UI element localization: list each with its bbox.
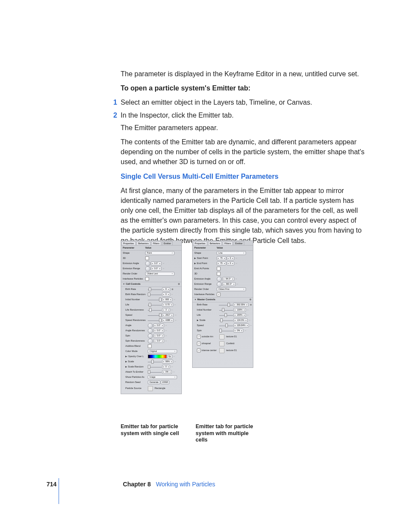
emission-range-stepper[interactable]: ◂0.0°▸	[151, 267, 162, 271]
source-swatch[interactable]	[148, 386, 153, 391]
gear-icon[interactable]: ⚙	[178, 283, 180, 286]
interleave-checkbox[interactable]	[145, 277, 149, 281]
cell-enable-checkbox[interactable]: ✓	[197, 348, 201, 352]
render-order-dropdown[interactable]: Oldest Last	[145, 272, 174, 276]
spin-slider[interactable]	[219, 329, 233, 333]
end-y[interactable]: ◂0▸	[227, 261, 235, 265]
attach-stepper[interactable]: ◂0%▸	[162, 370, 172, 374]
seed-value[interactable]: 10068	[161, 380, 169, 384]
spin-stepper[interactable]: ◂0%▸	[234, 329, 243, 333]
life-slider[interactable]	[148, 303, 162, 307]
spin-stepper[interactable]: ◂0.0°▸	[153, 334, 164, 338]
interleave-checkbox[interactable]: ✓	[217, 292, 221, 296]
opacity-gradient[interactable]	[148, 355, 167, 358]
birth-rate-slider[interactable]	[148, 288, 162, 291]
disclosure-icon[interactable]: ▼	[194, 298, 196, 301]
inspector-tabs: Properties Behaviors Filters Emitter	[121, 241, 181, 246]
cell-swatch[interactable]	[219, 348, 224, 353]
birth-rate-slider[interactable]	[219, 303, 233, 307]
spin-rand-stepper[interactable]: ◂0.0°▸	[153, 339, 164, 343]
spin-dial[interactable]	[148, 333, 153, 339]
angle-dial[interactable]	[148, 323, 153, 328]
life-stepper[interactable]: ◂200%▸	[234, 313, 246, 317]
emission-angle-stepper[interactable]: ◂0.0°▸	[151, 261, 162, 265]
emission-angle-dial[interactable]	[145, 261, 150, 266]
render-order-dropdown[interactable]: Oldest First	[217, 287, 246, 291]
start-x[interactable]: ◂75▸	[217, 256, 226, 260]
tab-filters[interactable]: Filters	[151, 241, 161, 245]
disclosure-icon[interactable]: ▶	[125, 355, 127, 358]
3d-checkbox[interactable]	[217, 272, 221, 276]
tab-filters[interactable]: Filters	[223, 241, 233, 245]
shape-dropdown[interactable]: Point	[145, 251, 174, 255]
emission-angle-stepper[interactable]: ◂84.0°▸	[222, 277, 234, 281]
attach-slider[interactable]	[148, 370, 162, 374]
spin-rand-dial[interactable]	[148, 339, 153, 344]
chapter-label: Chapter 8	[123, 480, 151, 488]
birth-rand-stepper[interactable]: ◂0▸	[162, 292, 170, 296]
tab-behaviors[interactable]: Behaviors	[208, 241, 222, 245]
angle-rand-stepper[interactable]: ◂0.0°▸	[153, 329, 164, 333]
disclosure-icon[interactable]: ▶	[125, 365, 127, 368]
generate-button[interactable]: Generate	[148, 380, 160, 384]
emission-range-stepper[interactable]: ◂360.0°▸	[222, 282, 236, 286]
angle-stepper[interactable]: ◂0.0°▸	[153, 324, 164, 327]
angle-rand-dial[interactable]	[148, 328, 153, 333]
3d-checkbox[interactable]	[145, 256, 149, 260]
tab-properties[interactable]: Properties	[121, 241, 136, 245]
birth-rate-stepper[interactable]: ◂392.55%▸	[233, 303, 249, 307]
tab-behaviors[interactable]: Behaviors	[137, 241, 150, 245]
opacity-stepper[interactable]: 0p	[167, 355, 172, 358]
emission-angle-label: Emission Angle	[123, 262, 145, 265]
birth-rand-slider[interactable]	[148, 293, 162, 296]
disclosure-icon[interactable]: ▶	[194, 257, 196, 259]
life-stepper[interactable]: ◂0.70▸	[162, 303, 173, 307]
initial-number-stepper[interactable]: ◂800▸	[162, 298, 172, 302]
cell-enable-checkbox[interactable]: ✓	[197, 335, 201, 339]
emit-points-checkbox[interactable]	[217, 267, 221, 271]
tab-properties[interactable]: Properties	[193, 241, 207, 245]
birth-rate-stepper[interactable]: ◂8▸	[162, 287, 170, 291]
scale-rand-stepper[interactable]: ◂0▸	[162, 365, 170, 369]
angle-rand-label: Angle Randomnes	[123, 329, 148, 333]
life-slider[interactable]	[219, 314, 233, 317]
life-rand-stepper[interactable]: ◂3▸	[162, 308, 170, 312]
cell-swatch[interactable]	[219, 334, 224, 339]
scale-slider[interactable]	[148, 360, 162, 364]
tab-emitter[interactable]: Emitter	[162, 241, 173, 245]
disclosure-icon[interactable]: ▶	[197, 319, 199, 321]
cell-enable-checkbox[interactable]: ✓	[197, 342, 201, 345]
speed-stepper[interactable]: ◂2917▸	[162, 313, 174, 317]
hdr-parameter: Parameter	[123, 246, 145, 250]
column-headers: Parameter Value	[121, 246, 181, 251]
additive-checkbox[interactable]	[148, 344, 152, 348]
start-y[interactable]: ◂0▸	[227, 256, 235, 260]
gear-icon[interactable]: ⚙	[249, 298, 251, 301]
disclosure-icon[interactable]: ▶	[194, 262, 196, 264]
emission-range-dial[interactable]	[217, 282, 222, 287]
speed-slider[interactable]	[148, 314, 162, 317]
end-x[interactable]: ◂75▸	[217, 261, 226, 265]
speed-stepper[interactable]: ◂229.84%▸	[234, 324, 249, 327]
speed-rand-stepper[interactable]: ◂4388▸	[162, 318, 174, 322]
initial-number-slider[interactable]	[148, 298, 162, 302]
shape-dropdown[interactable]: Line	[217, 251, 246, 255]
life-rand-slider[interactable]	[148, 308, 162, 312]
show-as-dropdown[interactable]: Image	[148, 375, 177, 379]
tab-emitter[interactable]: Emitter	[234, 241, 244, 245]
disclosure-icon[interactable]: ▶	[125, 360, 127, 363]
scale-stepper[interactable]: ◂99%▸	[162, 360, 173, 364]
initial-number-stepper[interactable]: ◂100%▸	[234, 308, 246, 312]
color-mode-dropdown[interactable]: Original	[148, 349, 177, 353]
scale-rand-slider[interactable]	[148, 365, 162, 369]
scale-stepper[interactable]: ◂134.0%▸	[234, 318, 248, 322]
scale-slider[interactable]	[219, 319, 233, 322]
emission-range-dial[interactable]	[145, 266, 150, 271]
emission-angle-dial[interactable]	[217, 277, 222, 282]
speed-slider[interactable]	[219, 324, 233, 327]
section-body: At first glance, many of the parameters …	[121, 186, 366, 246]
speed-rand-slider[interactable]	[148, 319, 162, 322]
disclosure-icon[interactable]: ▼	[123, 283, 125, 285]
cell-swatch[interactable]	[219, 341, 224, 346]
initial-number-slider[interactable]	[219, 308, 233, 312]
